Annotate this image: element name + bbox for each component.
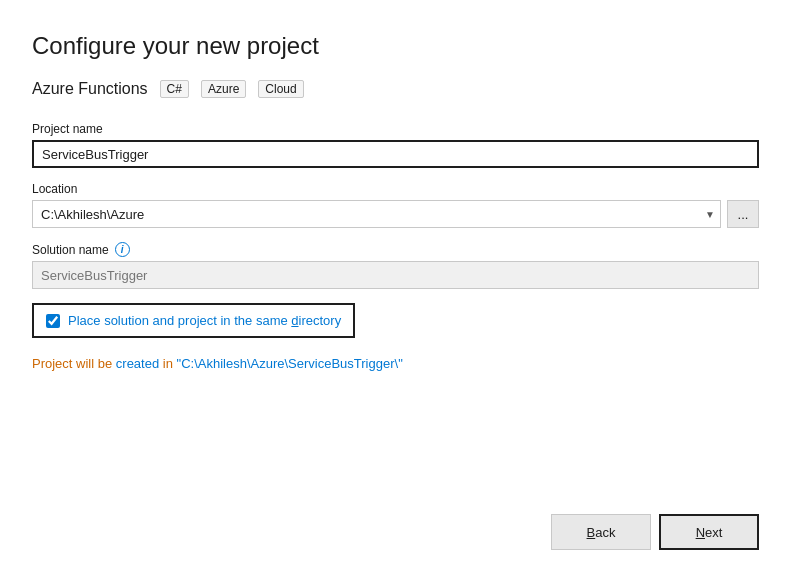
solution-name-input[interactable]: [32, 261, 759, 289]
footer-buttons: Back Next: [32, 498, 759, 550]
configure-project-page: Configure your new project Azure Functio…: [0, 0, 791, 574]
next-underline-letter: N: [696, 525, 705, 540]
back-button[interactable]: Back: [551, 514, 651, 550]
project-path-prefix: Project will be: [32, 356, 116, 371]
same-directory-checkbox[interactable]: [46, 314, 60, 328]
next-button[interactable]: Next: [659, 514, 759, 550]
form-section: Project name Location C:\Akhilesh\Azure …: [32, 122, 759, 498]
same-directory-label[interactable]: Place solution and project in the same d…: [68, 313, 341, 328]
page-title: Configure your new project: [32, 32, 759, 60]
project-path-value: "C:\Akhilesh\Azure\ServiceBusTrigger\": [177, 356, 403, 371]
solution-name-label: Solution name: [32, 243, 109, 257]
solution-label-row: Solution name i: [32, 242, 759, 257]
location-select[interactable]: C:\Akhilesh\Azure: [32, 200, 721, 228]
location-select-wrapper: C:\Akhilesh\Azure ▼: [32, 200, 721, 228]
location-field-group: Location C:\Akhilesh\Azure ▼ ...: [32, 182, 759, 228]
tag-csharp: C#: [160, 80, 189, 98]
template-name: Azure Functions: [32, 80, 148, 98]
browse-button[interactable]: ...: [727, 200, 759, 228]
back-underline-letter: B: [587, 525, 596, 540]
checkbox-row[interactable]: Place solution and project in the same d…: [32, 303, 355, 338]
project-name-input[interactable]: [32, 140, 759, 168]
project-path-will: created: [116, 356, 159, 371]
solution-name-field-group: Solution name i: [32, 242, 759, 289]
project-path-info: Project will be created in "C:\Akhilesh\…: [32, 356, 759, 371]
location-row: C:\Akhilesh\Azure ▼ ...: [32, 200, 759, 228]
subtitle-row: Azure Functions C# Azure Cloud: [32, 80, 759, 98]
tag-azure: Azure: [201, 80, 246, 98]
directory-underline: d: [291, 313, 298, 328]
project-path-in: in: [159, 356, 176, 371]
project-name-field-group: Project name: [32, 122, 759, 168]
tag-cloud: Cloud: [258, 80, 303, 98]
location-label: Location: [32, 182, 759, 196]
info-icon: i: [115, 242, 130, 257]
project-name-label: Project name: [32, 122, 759, 136]
